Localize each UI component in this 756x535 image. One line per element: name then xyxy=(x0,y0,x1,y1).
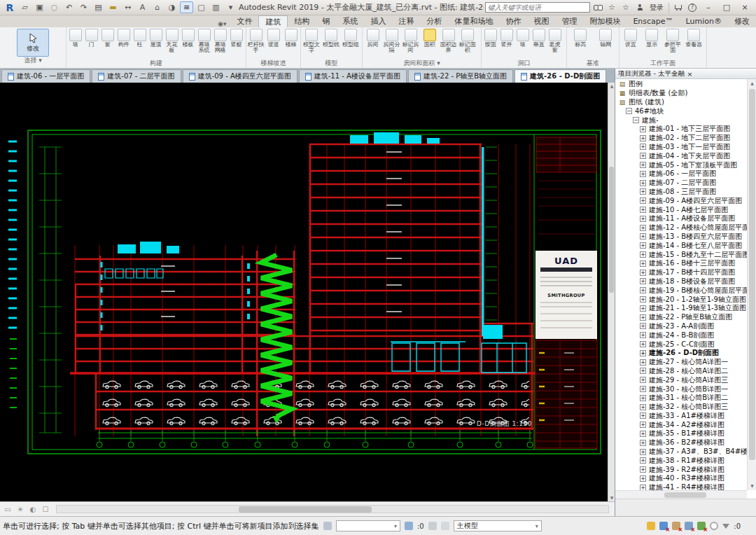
sheet-row[interactable]: 建施-05 - 地下室顶板平面图 xyxy=(615,160,747,169)
scale-icon[interactable]: ▭ xyxy=(3,504,13,514)
expand-icon[interactable] xyxy=(640,188,646,195)
text-icon[interactable]: A xyxy=(136,1,149,13)
ribbon-tool[interactable]: 查看器 xyxy=(683,29,704,54)
ribbon-tab[interactable]: Lumion® xyxy=(680,15,728,27)
select-pinned-icon[interactable]: × xyxy=(672,522,680,530)
ribbon-tool[interactable]: 竖梃 xyxy=(228,29,244,54)
sheet-row[interactable]: 建施-07 - 二层平面图 xyxy=(615,179,747,188)
ribbon-tool[interactable]: 栏杆扶手 xyxy=(247,29,265,54)
open-folder-icon[interactable]: ▱ xyxy=(18,1,31,13)
thin-lines-icon[interactable]: ≡ xyxy=(180,1,193,13)
ribbon-tool[interactable]: 坡道 xyxy=(265,29,282,54)
close-panel-icon[interactable]: × xyxy=(687,70,754,78)
expand-icon[interactable] xyxy=(640,162,646,168)
sheet-row[interactable]: 建施-02 - 地下二层平面图 xyxy=(615,134,747,143)
help-search-input[interactable] xyxy=(485,2,590,13)
sheet-row[interactable]: 建施-04 - 地下夹层平面图 xyxy=(615,151,747,160)
expand-icon[interactable] xyxy=(640,404,646,410)
sheet-row[interactable]: 建施-17 - B楼十四层平面图 xyxy=(615,268,747,277)
expand-icon[interactable] xyxy=(640,412,646,419)
ribbon-tab[interactable]: 注释 xyxy=(392,15,420,27)
expand-icon[interactable] xyxy=(640,485,646,490)
sheet-row[interactable]: 建施-08 - 三层平面图 xyxy=(615,188,747,197)
ribbon-tool[interactable]: 设置 xyxy=(620,29,641,54)
ribbon-tab[interactable]: 体量和场地 xyxy=(448,15,499,27)
ribbon-tool[interactable]: 幕墙系统 xyxy=(196,29,212,54)
ribbon-tool[interactable]: 竖井 xyxy=(498,29,514,54)
scroll-down-icon[interactable]: ▼ xyxy=(748,482,756,490)
revit-logo[interactable]: R xyxy=(3,2,17,13)
ribbon-tool[interactable]: 楼板 xyxy=(180,29,196,54)
ribbon-tool[interactable]: 墙 xyxy=(514,29,531,54)
expand-icon[interactable] xyxy=(640,350,646,356)
expand-icon[interactable] xyxy=(640,305,646,312)
select-by-face-icon[interactable]: × xyxy=(685,522,693,530)
design-option-select[interactable]: 主模型▾ xyxy=(454,520,542,531)
browser-hscroll-thumb[interactable] xyxy=(664,492,706,498)
tree-node-block[interactable]: 46#地块 xyxy=(615,106,747,116)
ribbon-tool[interactable]: 房间 xyxy=(363,29,382,54)
sheet-row[interactable]: 建施-27 - 核心筒A详图一 xyxy=(615,358,747,367)
tree-node-prefix[interactable]: 建施- xyxy=(615,116,747,125)
measure-icon[interactable]: ▬ xyxy=(106,1,120,13)
drag-on-selection-icon[interactable]: × xyxy=(697,522,706,530)
ribbon-tab[interactable]: 协作 xyxy=(499,15,527,27)
expand-icon[interactable] xyxy=(640,225,646,231)
ribbon-tool[interactable]: 模型线 xyxy=(321,29,341,54)
close-hidden-windows-icon[interactable]: ▢ xyxy=(195,1,208,13)
sheet-row[interactable]: 建施-09 - A楼四至六层平面图 xyxy=(615,196,747,205)
sun-path-icon[interactable]: ☀ xyxy=(15,504,25,514)
expand-icon[interactable] xyxy=(640,251,646,258)
sheet-row[interactable]: 建施-13 - B楼四至六层平面图 xyxy=(615,232,747,242)
expand-icon[interactable] xyxy=(640,270,646,276)
ribbon-tool[interactable]: 柱 xyxy=(132,29,148,54)
sheet-row[interactable]: 建施-24 - B-B剖面图 xyxy=(615,331,747,340)
ribbon-tab[interactable]: 系统 xyxy=(336,15,364,27)
sheet-row[interactable]: 建施-36 - B2#楼梯详图 xyxy=(615,438,747,447)
sheet-row[interactable]: 建施-10 - A楼七层平面图 xyxy=(615,205,747,214)
ribbon-tool[interactable]: 楼梯 xyxy=(282,29,300,54)
ribbon-tab[interactable]: 视图 xyxy=(527,15,555,27)
expand-icon[interactable] xyxy=(640,323,646,329)
sheet-row[interactable]: 建施-21 - 1-9轴至1-3轴立面图 xyxy=(615,304,747,313)
sheet-row[interactable]: 建施-20 - 1-2轴至1-9轴立面图 xyxy=(615,295,747,304)
sheet-row[interactable]: 建施-11 - A楼设备层平面图 xyxy=(615,214,747,223)
press-drag-icon[interactable] xyxy=(323,522,332,530)
expand-icon[interactable] xyxy=(640,126,646,132)
expand-icon[interactable] xyxy=(640,180,646,186)
ribbon-tool[interactable]: 标高 xyxy=(568,29,593,54)
editable-only-icon[interactable] xyxy=(405,522,413,530)
panel-label-select[interactable]: 选择 ▾ xyxy=(0,57,66,65)
expand-icon[interactable] xyxy=(640,341,646,347)
expand-icon[interactable] xyxy=(640,171,646,177)
expand-icon[interactable] xyxy=(640,475,646,482)
minimize-button[interactable]: – xyxy=(700,1,717,13)
expand-icon[interactable] xyxy=(640,260,646,267)
sheet-row[interactable]: 建施-06 - 一层平面图 xyxy=(615,169,747,179)
ribbon-tab[interactable]: 结构 xyxy=(288,15,316,27)
browser-vertical-scrollbar[interactable]: ▲ ▼ xyxy=(747,79,756,490)
section-icon[interactable]: ◑ xyxy=(165,1,178,13)
print-icon[interactable]: ▤ xyxy=(92,1,105,13)
ribbon-tool[interactable]: 门 xyxy=(83,29,99,54)
browser-vscroll-thumb[interactable] xyxy=(749,89,755,460)
vscroll-thumb[interactable] xyxy=(609,167,614,293)
expand-icon[interactable] xyxy=(640,233,646,239)
default-3d-view-icon[interactable]: ⌂ xyxy=(150,1,164,13)
sheet-row[interactable]: 建施-03 - 地下一层平面图 xyxy=(615,143,747,152)
scroll-up-icon[interactable]: ▲ xyxy=(608,83,615,90)
sheet-row[interactable]: 建施-18 - B楼设备层平面图 xyxy=(615,277,747,286)
favorites-icon[interactable]: ☆ xyxy=(620,2,632,13)
ribbon-tab[interactable]: 修改 xyxy=(728,15,756,27)
ribbon-tool[interactable]: 标记面积 xyxy=(458,29,477,54)
sync-icon[interactable]: ◌ xyxy=(48,1,61,13)
scroll-up-icon[interactable]: ▲ xyxy=(748,79,756,88)
quick-access-dropdown-icon[interactable]: ▾ xyxy=(224,1,237,13)
expand-icon[interactable] xyxy=(640,377,646,383)
expand-icon[interactable] xyxy=(640,395,646,401)
sheet-row[interactable]: 建施-35 - B1#楼梯详图 xyxy=(615,429,747,438)
ribbon-tool[interactable]: 参照平面 xyxy=(662,29,683,54)
sheet-row[interactable]: 建施-32 - 核心筒B详图三 xyxy=(615,403,747,412)
shadows-icon[interactable]: ◐ xyxy=(28,504,38,514)
hscroll-thumb[interactable] xyxy=(239,506,372,513)
